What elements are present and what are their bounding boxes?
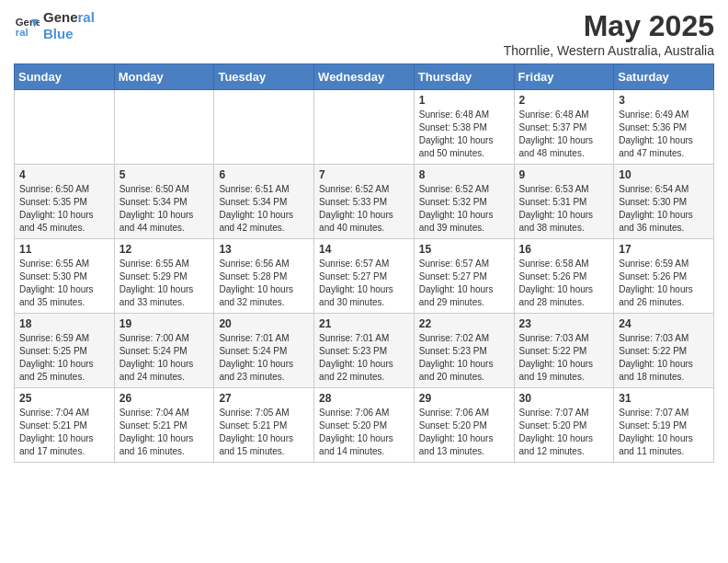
day-number: 25 <box>19 392 109 405</box>
day-info: Sunrise: 6:59 AM Sunset: 5:25 PM Dayligh… <box>19 332 109 384</box>
calendar-cell: 14Sunrise: 6:57 AM Sunset: 5:27 PM Dayli… <box>314 239 415 314</box>
calendar-cell: 5Sunrise: 6:50 AM Sunset: 5:34 PM Daylig… <box>114 165 214 239</box>
calendar-cell: 21Sunrise: 7:01 AM Sunset: 5:23 PM Dayli… <box>314 314 415 388</box>
day-number: 29 <box>419 392 509 405</box>
day-number: 31 <box>619 392 709 405</box>
calendar-week-2: 4Sunrise: 6:50 AM Sunset: 5:35 PM Daylig… <box>15 165 714 239</box>
calendar-table: SundayMondayTuesdayWednesdayThursdayFrid… <box>14 63 714 463</box>
day-info: Sunrise: 6:48 AM Sunset: 5:37 PM Dayligh… <box>519 109 609 160</box>
day-header-tuesday: Tuesday <box>214 64 314 90</box>
calendar-week-3: 11Sunrise: 6:55 AM Sunset: 5:30 PM Dayli… <box>15 239 714 314</box>
calendar-cell: 26Sunrise: 7:04 AM Sunset: 5:21 PM Dayli… <box>114 388 214 463</box>
calendar-cell: 16Sunrise: 6:58 AM Sunset: 5:26 PM Dayli… <box>514 239 614 314</box>
day-number: 23 <box>519 317 609 330</box>
title-area: May 2025 Thornlie, Western Australia, Au… <box>504 9 714 58</box>
calendar-cell: 15Sunrise: 6:57 AM Sunset: 5:27 PM Dayli… <box>414 239 514 314</box>
day-info: Sunrise: 6:50 AM Sunset: 5:34 PM Dayligh… <box>119 183 210 235</box>
calendar-cell: 13Sunrise: 6:56 AM Sunset: 5:28 PM Dayli… <box>214 239 314 314</box>
calendar-cell: 1Sunrise: 6:48 AM Sunset: 5:38 PM Daylig… <box>414 90 514 165</box>
day-number: 8 <box>419 168 509 181</box>
day-number: 15 <box>419 243 509 256</box>
day-number: 24 <box>619 317 709 330</box>
day-info: Sunrise: 6:55 AM Sunset: 5:30 PM Dayligh… <box>19 258 109 309</box>
calendar-cell: 25Sunrise: 7:04 AM Sunset: 5:21 PM Dayli… <box>15 388 115 463</box>
day-info: Sunrise: 7:07 AM Sunset: 5:19 PM Dayligh… <box>619 407 709 458</box>
day-header-monday: Monday <box>114 64 214 90</box>
day-header-saturday: Saturday <box>614 64 714 90</box>
calendar-cell <box>114 90 214 165</box>
day-info: Sunrise: 7:04 AM Sunset: 5:21 PM Dayligh… <box>119 407 210 458</box>
calendar-cell: 22Sunrise: 7:02 AM Sunset: 5:23 PM Dayli… <box>414 314 514 388</box>
day-info: Sunrise: 6:51 AM Sunset: 5:34 PM Dayligh… <box>219 183 309 235</box>
page-header: Gene ral General Blue May 2025 Thornlie,… <box>14 9 714 58</box>
day-info: Sunrise: 7:04 AM Sunset: 5:21 PM Dayligh… <box>19 407 109 458</box>
day-number: 26 <box>119 392 210 405</box>
day-number: 9 <box>519 168 609 181</box>
calendar-cell: 10Sunrise: 6:54 AM Sunset: 5:30 PM Dayli… <box>614 165 714 239</box>
day-info: Sunrise: 7:01 AM Sunset: 5:23 PM Dayligh… <box>319 332 409 384</box>
day-number: 1 <box>419 94 509 107</box>
day-header-sunday: Sunday <box>15 64 115 90</box>
day-info: Sunrise: 6:59 AM Sunset: 5:26 PM Dayligh… <box>619 258 709 309</box>
day-number: 10 <box>619 168 709 181</box>
logo-icon: Gene ral <box>14 13 40 39</box>
svg-text:ral: ral <box>16 27 28 38</box>
calendar-week-1: 1Sunrise: 6:48 AM Sunset: 5:38 PM Daylig… <box>15 90 714 165</box>
day-info: Sunrise: 6:49 AM Sunset: 5:36 PM Dayligh… <box>619 109 709 160</box>
calendar-cell: 12Sunrise: 6:55 AM Sunset: 5:29 PM Dayli… <box>114 239 214 314</box>
calendar-cell: 24Sunrise: 7:03 AM Sunset: 5:22 PM Dayli… <box>614 314 714 388</box>
day-number: 5 <box>119 168 210 181</box>
day-info: Sunrise: 6:58 AM Sunset: 5:26 PM Dayligh… <box>519 258 609 309</box>
calendar-week-4: 18Sunrise: 6:59 AM Sunset: 5:25 PM Dayli… <box>15 314 714 388</box>
day-number: 13 <box>219 243 309 256</box>
calendar-cell <box>15 90 115 165</box>
logo-text: General Blue <box>43 9 95 42</box>
day-info: Sunrise: 7:07 AM Sunset: 5:20 PM Dayligh… <box>519 407 609 458</box>
day-number: 3 <box>619 94 709 107</box>
day-info: Sunrise: 6:56 AM Sunset: 5:28 PM Dayligh… <box>219 258 309 309</box>
calendar-cell: 27Sunrise: 7:05 AM Sunset: 5:21 PM Dayli… <box>214 388 314 463</box>
day-header-wednesday: Wednesday <box>314 64 415 90</box>
calendar-cell: 7Sunrise: 6:52 AM Sunset: 5:33 PM Daylig… <box>314 165 415 239</box>
calendar-cell: 4Sunrise: 6:50 AM Sunset: 5:35 PM Daylig… <box>15 165 115 239</box>
day-info: Sunrise: 6:52 AM Sunset: 5:32 PM Dayligh… <box>419 183 509 235</box>
calendar-cell: 28Sunrise: 7:06 AM Sunset: 5:20 PM Dayli… <box>314 388 415 463</box>
day-number: 11 <box>19 243 109 256</box>
calendar-cell: 17Sunrise: 6:59 AM Sunset: 5:26 PM Dayli… <box>614 239 714 314</box>
day-number: 22 <box>419 317 509 330</box>
day-info: Sunrise: 6:57 AM Sunset: 5:27 PM Dayligh… <box>419 258 509 309</box>
calendar-cell: 18Sunrise: 6:59 AM Sunset: 5:25 PM Dayli… <box>15 314 115 388</box>
day-number: 28 <box>319 392 409 405</box>
day-info: Sunrise: 6:55 AM Sunset: 5:29 PM Dayligh… <box>119 258 210 309</box>
calendar-cell: 3Sunrise: 6:49 AM Sunset: 5:36 PM Daylig… <box>614 90 714 165</box>
calendar-cell: 2Sunrise: 6:48 AM Sunset: 5:37 PM Daylig… <box>514 90 614 165</box>
day-number: 12 <box>119 243 210 256</box>
day-number: 27 <box>219 392 309 405</box>
day-info: Sunrise: 6:54 AM Sunset: 5:30 PM Dayligh… <box>619 183 709 235</box>
day-info: Sunrise: 7:02 AM Sunset: 5:23 PM Dayligh… <box>419 332 509 384</box>
calendar-cell: 23Sunrise: 7:03 AM Sunset: 5:22 PM Dayli… <box>514 314 614 388</box>
calendar-cell: 19Sunrise: 7:00 AM Sunset: 5:24 PM Dayli… <box>114 314 214 388</box>
day-info: Sunrise: 6:53 AM Sunset: 5:31 PM Dayligh… <box>519 183 609 235</box>
logo: Gene ral General Blue <box>14 9 95 42</box>
calendar-cell <box>214 90 314 165</box>
day-info: Sunrise: 6:48 AM Sunset: 5:38 PM Dayligh… <box>419 109 509 160</box>
calendar-cell: 29Sunrise: 7:06 AM Sunset: 5:20 PM Dayli… <box>414 388 514 463</box>
day-info: Sunrise: 7:06 AM Sunset: 5:20 PM Dayligh… <box>319 407 409 458</box>
calendar-cell: 6Sunrise: 6:51 AM Sunset: 5:34 PM Daylig… <box>214 165 314 239</box>
calendar-cell: 31Sunrise: 7:07 AM Sunset: 5:19 PM Dayli… <box>614 388 714 463</box>
page-title: May 2025 <box>504 9 714 43</box>
day-info: Sunrise: 7:06 AM Sunset: 5:20 PM Dayligh… <box>419 407 509 458</box>
day-number: 2 <box>519 94 609 107</box>
calendar-cell: 20Sunrise: 7:01 AM Sunset: 5:24 PM Dayli… <box>214 314 314 388</box>
day-header-friday: Friday <box>514 64 614 90</box>
calendar-week-5: 25Sunrise: 7:04 AM Sunset: 5:21 PM Dayli… <box>15 388 714 463</box>
calendar-cell: 8Sunrise: 6:52 AM Sunset: 5:32 PM Daylig… <box>414 165 514 239</box>
day-number: 18 <box>19 317 109 330</box>
day-number: 7 <box>319 168 409 181</box>
day-info: Sunrise: 7:05 AM Sunset: 5:21 PM Dayligh… <box>219 407 309 458</box>
day-number: 17 <box>619 243 709 256</box>
day-info: Sunrise: 7:03 AM Sunset: 5:22 PM Dayligh… <box>619 332 709 384</box>
day-number: 4 <box>19 168 109 181</box>
day-number: 14 <box>319 243 409 256</box>
